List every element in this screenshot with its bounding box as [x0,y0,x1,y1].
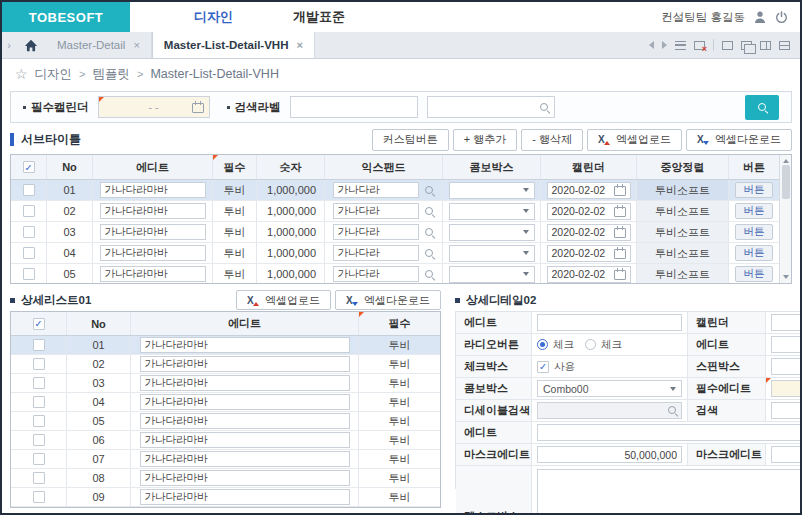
col-no[interactable]: No [47,155,93,179]
search-icon[interactable] [539,102,550,113]
row-checkbox[interactable] [23,205,35,217]
cell-edit-input[interactable] [140,451,350,467]
cell-calendar[interactable]: 2020-02-02 [547,245,631,262]
close-all-tabs-icon[interactable] [694,41,705,50]
search-icon[interactable] [424,227,435,238]
main-grid-row[interactable]: 04 투비 1,000,000 2020-02-02 [11,243,779,264]
delete-row-button[interactable]: - 행삭제 [521,129,583,151]
row-checkbox[interactable] [33,453,45,465]
combobox[interactable]: Combo00 [537,380,682,397]
row-checkbox[interactable] [33,358,45,370]
cell-edit-input[interactable] [140,356,350,372]
use-checkbox[interactable]: ✓ [537,361,549,373]
scroll-up-icon[interactable] [783,159,789,163]
cell-calendar[interactable]: 2020-02-02 [547,182,631,199]
spinbox-input[interactable] [771,358,802,375]
cell-edit-input[interactable] [100,224,206,240]
col-required[interactable]: 필수 [359,312,440,335]
cell-button[interactable]: 버튼 [735,245,773,261]
required-edit-input[interactable] [771,380,802,397]
col-edit[interactable]: 에디트 [93,155,213,179]
col-edit[interactable]: 에디트 [131,312,359,335]
radio-checked[interactable] [537,339,548,350]
cell-button[interactable]: 버튼 [735,224,773,240]
detail-list-row[interactable]: 01 투비 [11,336,440,355]
window-cascade-icon[interactable] [741,41,752,50]
col-center[interactable]: 중앙정렬 [637,155,729,179]
col-combo[interactable]: 콤보박스 [443,155,541,179]
cell-expand-input[interactable] [333,182,419,198]
cell-expand-input[interactable] [333,224,419,240]
cell-edit-input[interactable] [100,245,206,261]
cell-edit-input[interactable] [140,394,350,410]
close-icon[interactable]: × [133,39,139,51]
row-checkbox[interactable] [33,396,45,408]
main-grid-row[interactable]: 05 투비 1,000,000 2020-02-02 [11,264,779,283]
search-icon[interactable] [424,248,435,259]
favorite-star-icon[interactable]: ☆ [15,66,28,82]
search-input[interactable] [771,402,802,419]
row-checkbox[interactable] [33,491,45,503]
detail-list-row[interactable]: 07 투비 [11,450,440,469]
col-button[interactable]: 버튼 [729,155,779,179]
scrollbar-thumb[interactable] [782,165,790,199]
home-button[interactable] [16,32,46,58]
search-button[interactable] [745,95,779,120]
mask-edit-input[interactable] [537,446,682,463]
tab-list-icon[interactable] [675,41,686,50]
detail-list-row[interactable]: 08 투비 [11,469,440,488]
row-checkbox[interactable] [23,184,35,196]
cell-edit-input[interactable] [140,432,350,448]
row-checkbox[interactable] [33,339,45,351]
user-icon[interactable] [753,10,767,24]
tab-master-list-detail-vhh[interactable]: Master-List-Detail-VHH × [152,32,315,58]
cell-edit-input[interactable] [100,266,206,282]
row-checkbox[interactable] [23,268,35,280]
detail-list-row[interactable]: 06 투비 [11,431,440,450]
grid-scrollbar[interactable] [779,155,791,283]
select-all-checkbox[interactable]: ✓ [33,318,45,330]
cell-expand-input[interactable] [333,203,419,219]
mask-edit-input[interactable] [771,446,802,463]
scroll-down-icon[interactable] [783,275,789,279]
cell-edit-input[interactable] [140,337,350,353]
cell-calendar[interactable]: 2020-02-02 [547,203,631,220]
cell-button[interactable]: 버튼 [735,182,773,198]
main-grid-row[interactable]: 03 투비 1,000,000 2020-02-02 [11,222,779,243]
cell-combobox[interactable] [449,203,535,220]
row-checkbox[interactable] [23,226,35,238]
row-checkbox[interactable] [33,472,45,484]
row-checkbox[interactable] [33,377,45,389]
excel-download-button[interactable]: X 엑셀다운로드 [686,129,792,151]
calendar-input[interactable]: - - [771,314,802,331]
main-grid-row[interactable]: 01 투비 1,000,000 2020-02-02 [11,180,779,201]
cell-button[interactable]: 버튼 [735,266,773,282]
cell-expand-input[interactable] [333,245,419,261]
search-text-input[interactable] [290,96,418,118]
search-lookup-input[interactable] [427,96,555,118]
col-number[interactable]: 숫자 [257,155,325,179]
logout-icon[interactable] [775,11,788,24]
cell-edit-input[interactable] [140,413,350,429]
row-checkbox[interactable] [33,415,45,427]
tab-master-detail[interactable]: Master-Detail × [46,32,152,58]
add-row-button[interactable]: + 행추가 [453,129,517,151]
cell-edit-input[interactable] [140,375,350,391]
excel-upload-button[interactable]: X 엑셀업로드 [587,129,682,151]
tab-scroll-icon[interactable]: › [2,32,16,58]
menu-design[interactable]: 디자인 [164,2,263,32]
edit-input[interactable] [537,424,802,441]
edit-input[interactable] [771,336,802,353]
detail-list-row[interactable]: 09 투비 [11,488,440,507]
search-icon[interactable] [424,185,435,196]
textbox-textarea[interactable] [537,469,802,515]
cell-edit-input[interactable] [100,203,206,219]
cell-expand-input[interactable] [333,266,419,282]
col-required[interactable]: 필수 [213,155,257,179]
window-hsplit-icon[interactable] [779,41,790,50]
select-all-checkbox[interactable]: ✓ [23,161,35,173]
close-icon[interactable]: × [296,39,302,51]
row-checkbox[interactable] [33,434,45,446]
search-icon[interactable] [424,206,435,217]
detail-list-row[interactable]: 02 투비 [11,355,440,374]
